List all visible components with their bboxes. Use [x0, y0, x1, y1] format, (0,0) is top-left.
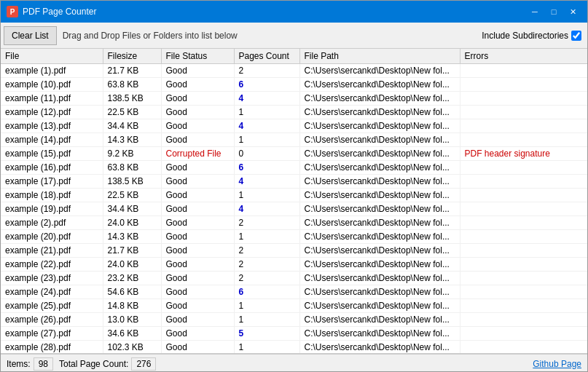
cell-pages: 6 [234, 78, 299, 92]
cell-errors [460, 341, 587, 355]
cell-pages: 1 [234, 341, 299, 355]
table-body: example (1).pdf21.7 KBGood2C:\Users\serc… [1, 64, 587, 355]
cell-filepath: C:\Users\sercankd\Desktop\New fol... [299, 161, 460, 175]
cell-filesize: 21.7 KB [103, 64, 161, 78]
cell-filepath: C:\Users\sercankd\Desktop\New fol... [299, 313, 460, 327]
cell-pages: 6 [234, 161, 299, 175]
col-header-errors: Errors [460, 49, 587, 64]
col-header-filesize: Filesize [103, 49, 161, 64]
cell-filepath: C:\Users\sercankd\Desktop\New fol... [299, 92, 460, 106]
cell-filesize: 102.3 KB [103, 341, 161, 355]
cell-status: Good [161, 202, 234, 216]
cell-file: example (1).pdf [1, 64, 103, 78]
cell-filepath: C:\Users\sercankd\Desktop\New fol... [299, 327, 460, 341]
table-row: example (20).pdf14.3 KBGood1C:\Users\ser… [1, 230, 587, 244]
cell-file: example (10).pdf [1, 78, 103, 92]
cell-pages: 4 [234, 92, 299, 106]
cell-filepath: C:\Users\sercankd\Desktop\New fol... [299, 133, 460, 147]
table-row: example (28).pdf102.3 KBGood1C:\Users\se… [1, 341, 587, 355]
clear-list-button[interactable]: Clear List [4, 26, 57, 45]
cell-status: Good [161, 313, 234, 327]
table-row: example (19).pdf34.4 KBGood4C:\Users\ser… [1, 202, 587, 216]
cell-status: Good [161, 216, 234, 230]
cell-pages: 2 [234, 216, 299, 230]
cell-status: Good [161, 258, 234, 272]
cell-filepath: C:\Users\sercankd\Desktop\New fol... [299, 341, 460, 355]
cell-filepath: C:\Users\sercankd\Desktop\New fol... [299, 64, 460, 78]
cell-pages: 2 [234, 64, 299, 78]
table-row: example (15).pdf9.2 KBCorrupted File0C:\… [1, 147, 587, 161]
cell-errors: PDF header signature [460, 147, 587, 161]
cell-status: Good [161, 64, 234, 78]
cell-file: example (26).pdf [1, 313, 103, 327]
cell-file: example (11).pdf [1, 92, 103, 106]
cell-file: example (20).pdf [1, 230, 103, 244]
minimize-button[interactable]: ─ [526, 4, 544, 19]
app-title: PDF Page Counter [23, 7, 96, 17]
table-row: example (21).pdf21.7 KBGood2C:\Users\ser… [1, 244, 587, 258]
title-bar: P PDF Page Counter ─ □ ✕ [1, 1, 587, 23]
cell-pages: 0 [234, 147, 299, 161]
table-row: example (27).pdf34.6 KBGood5C:\Users\ser… [1, 327, 587, 341]
cell-status: Good [161, 299, 234, 313]
maximize-button[interactable]: □ [545, 4, 562, 19]
cell-status: Good [161, 272, 234, 285]
total-page-count-value: 276 [131, 357, 156, 371]
status-bar: Items: 98 Total Page Count: 276 Github P… [1, 354, 587, 372]
cell-file: example (2).pdf [1, 216, 103, 230]
cell-filesize: 14.3 KB [103, 230, 161, 244]
cell-status: Good [161, 119, 234, 133]
github-page-link[interactable]: Github Page [533, 359, 581, 369]
items-count-group: Items: 98 [7, 357, 53, 371]
include-subdirectories-control: Include Subdirectories [482, 31, 581, 41]
cell-filepath: C:\Users\sercankd\Desktop\New fol... [299, 230, 460, 244]
total-page-label: Total Page Count: [59, 359, 128, 369]
items-count-value: 98 [34, 357, 53, 371]
cell-filesize: 23.2 KB [103, 272, 161, 285]
table-row: example (13).pdf34.4 KBGood4C:\Users\ser… [1, 119, 587, 133]
cell-file: example (21).pdf [1, 244, 103, 258]
table-row: example (14).pdf14.3 KBGood1C:\Users\ser… [1, 133, 587, 147]
cell-errors [460, 78, 587, 92]
table-row: example (11).pdf138.5 KBGood4C:\Users\se… [1, 92, 587, 106]
cell-file: example (16).pdf [1, 161, 103, 175]
cell-pages: 1 [234, 106, 299, 119]
cell-status: Good [161, 189, 234, 202]
cell-file: example (15).pdf [1, 147, 103, 161]
cell-status: Good [161, 133, 234, 147]
cell-filesize: 34.6 KB [103, 327, 161, 341]
file-list-container[interactable]: File Filesize File Status Pages Count Fi… [1, 49, 587, 354]
cell-errors [460, 258, 587, 272]
table-header: File Filesize File Status Pages Count Fi… [1, 49, 587, 64]
cell-pages: 4 [234, 119, 299, 133]
cell-pages: 4 [234, 175, 299, 189]
window-controls: ─ □ ✕ [526, 4, 581, 19]
cell-status: Good [161, 78, 234, 92]
table-row: example (25).pdf14.8 KBGood1C:\Users\ser… [1, 299, 587, 313]
close-button[interactable]: ✕ [564, 4, 581, 19]
col-header-filepath: File Path [299, 49, 460, 64]
cell-filepath: C:\Users\sercankd\Desktop\New fol... [299, 175, 460, 189]
cell-pages: 1 [234, 313, 299, 327]
cell-filesize: 24.0 KB [103, 216, 161, 230]
cell-filesize: 138.5 KB [103, 175, 161, 189]
cell-errors [460, 299, 587, 313]
cell-status: Good [161, 161, 234, 175]
table-row: example (22).pdf24.0 KBGood2C:\Users\ser… [1, 258, 587, 272]
cell-errors [460, 244, 587, 258]
cell-file: example (17).pdf [1, 175, 103, 189]
total-pages-group: Total Page Count: 276 [59, 357, 156, 371]
cell-file: example (22).pdf [1, 258, 103, 272]
cell-status: Good [161, 106, 234, 119]
cell-status: Good [161, 341, 234, 355]
file-table: File Filesize File Status Pages Count Fi… [1, 49, 587, 354]
table-row: example (1).pdf21.7 KBGood2C:\Users\serc… [1, 64, 587, 78]
cell-pages: 1 [234, 299, 299, 313]
include-subdirs-checkbox[interactable] [571, 31, 581, 41]
cell-pages: 2 [234, 258, 299, 272]
cell-status: Good [161, 327, 234, 341]
cell-errors [460, 313, 587, 327]
status-left: Items: 98 Total Page Count: 276 [7, 357, 156, 371]
cell-status: Corrupted File [161, 147, 234, 161]
cell-pages: 1 [234, 189, 299, 202]
